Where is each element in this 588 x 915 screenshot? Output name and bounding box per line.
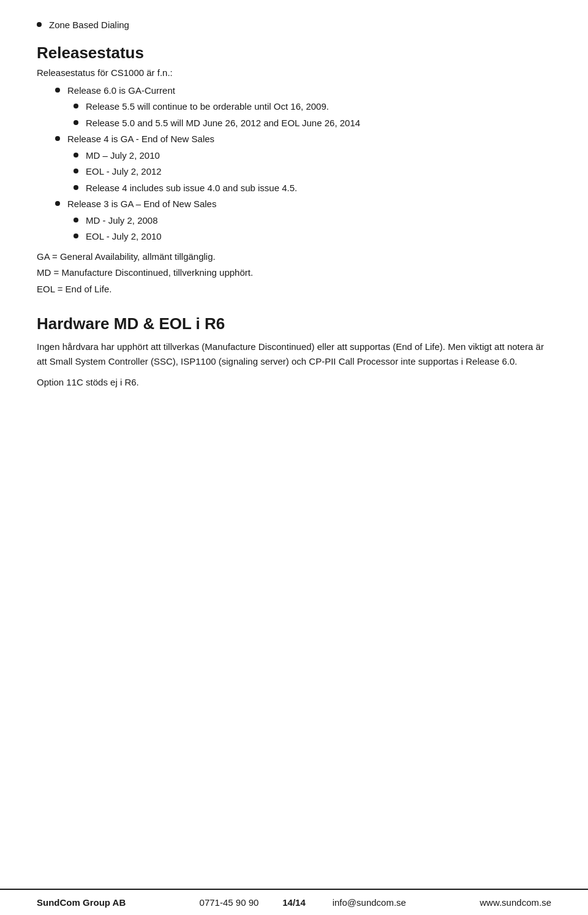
item-text: Release 5.0 and 5.5 will MD June 26, 201… [86, 116, 551, 131]
list-item: Release 4 includes sub issue 4.0 and sub… [74, 181, 551, 196]
list-item: Release 5.5 will continue to be orderabl… [74, 100, 551, 114]
bullet-dot [74, 153, 78, 158]
footer-company: SundCom Group AB [37, 897, 126, 908]
item-text: Release 6.0 is GA-Current [67, 84, 551, 98]
page-container: Zone Based Dialing Releasestatus Release… [0, 0, 588, 915]
item-text: Release 4 includes sub issue 4.0 and sub… [86, 181, 551, 196]
release-items-list: Release 6.0 is GA-Current Release 5.5 wi… [37, 84, 551, 244]
item-text: Release 5.5 will continue to be orderabl… [86, 100, 551, 114]
bullet-dot [37, 22, 42, 27]
list-item: EOL - July 2, 2010 [74, 230, 551, 244]
definitions-block: GA = General Availability, allmänt tillg… [37, 250, 551, 297]
item-text: MD – July 2, 2010 [86, 149, 551, 163]
footer-website: www.sundcom.se [480, 897, 551, 908]
zone-based-dialing-item: Zone Based Dialing [37, 18, 551, 32]
list-item: Release 6.0 is GA-Current [55, 84, 551, 98]
list-item: EOL - July 2, 2012 [74, 165, 551, 179]
bullet-dot [74, 169, 78, 173]
bullet-dot [74, 120, 78, 125]
definition-eol: EOL = End of Life. [37, 283, 551, 297]
list-item: Release 5.0 and 5.5 will MD June 26, 201… [74, 116, 551, 131]
list-item: Release 3 is GA – End of New Sales [55, 197, 551, 211]
footer-page-number: 14/14 [282, 897, 306, 908]
list-item: Release 4 is GA - End of New Sales [55, 132, 551, 146]
footer: SundCom Group AB 0771-45 90 90 info@sund… [0, 889, 588, 915]
zone-based-dialing-text: Zone Based Dialing [49, 18, 551, 32]
releasestatus-subtitle: Releasestatus för CS1000 är f.n.: [37, 67, 551, 78]
footer-email: info@sundcom.se [333, 897, 406, 908]
definition-md: MD = Manufacture Discontinued, tillverkn… [37, 266, 551, 280]
bullet-dot [74, 233, 78, 238]
item-text: EOL - July 2, 2012 [86, 165, 551, 179]
hardware-paragraph-1: Ingen hårdvara har upphört att tillverka… [37, 340, 551, 369]
bullet-dot [55, 88, 60, 93]
list-item: MD - July 2, 2008 [74, 214, 551, 228]
item-text: MD - July 2, 2008 [86, 214, 551, 228]
definition-ga: GA = General Availability, allmänt tillg… [37, 250, 551, 264]
item-text: Release 4 is GA - End of New Sales [67, 132, 551, 146]
bullet-dot [74, 185, 78, 190]
hardware-section: Hardware MD & EOL i R6 Ingen hårdvara ha… [37, 314, 551, 390]
bullet-dot [74, 104, 78, 108]
list-item: MD – July 2, 2010 [74, 149, 551, 163]
hardware-paragraph-2: Option 11C stöds ej i R6. [37, 375, 551, 390]
hardware-title: Hardware MD & EOL i R6 [37, 314, 551, 333]
footer-phone: 0771-45 90 90 [200, 897, 259, 908]
releasestatus-title: Releasestatus [37, 44, 551, 63]
item-text: Release 3 is GA – End of New Sales [67, 197, 551, 211]
item-text: EOL - July 2, 2010 [86, 230, 551, 244]
bullet-dot [74, 218, 78, 222]
bullet-dot [55, 201, 60, 206]
bullet-dot [55, 136, 60, 141]
